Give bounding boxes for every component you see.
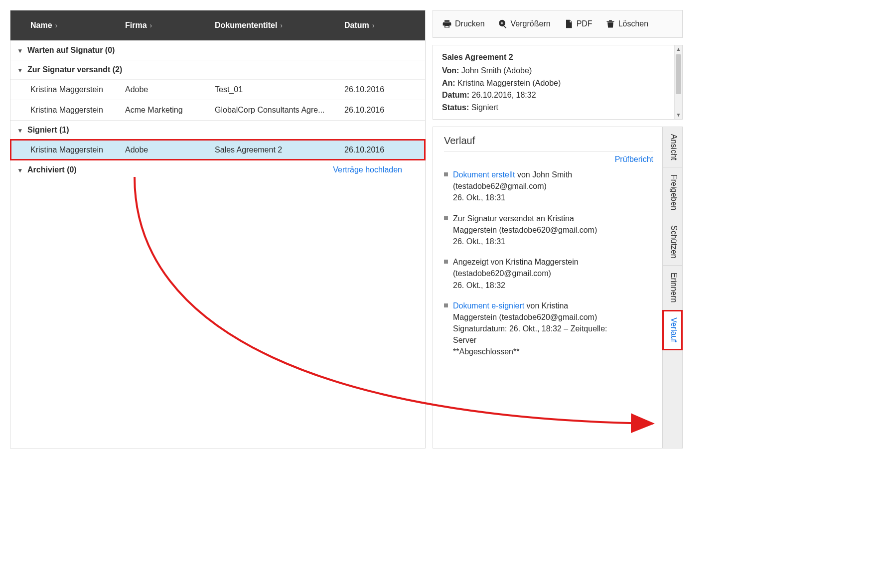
history-event-time: 26. Okt., 18:32 [453,281,505,290]
cell-firma: Acme Marketing [125,106,215,115]
cell-name: Kristina Maggerstein [30,106,125,115]
history-item: Dokument erstellt von John Smith (testad… [444,169,653,204]
detail-from: John Smith (Adobe) [461,66,532,75]
delete-button[interactable]: Löschen [605,19,649,29]
cell-date: 26.10.2016 [344,85,414,94]
chevron-right-icon: › [150,21,152,29]
scroll-thumb[interactable] [676,54,681,94]
cell-firma: Adobe [125,146,215,154]
group-label: Zur Signatur versandt (2) [27,65,122,74]
agreements-panel: Name› Firma› Dokumententitel› Datum› ▾Wa… [10,10,426,448]
upload-contracts-link[interactable]: Verträge hochladen [333,165,417,174]
detail-to-label: An: [442,79,455,87]
detail-toolbar: Drucken Vergrößern PDF Löschen [433,10,683,38]
history-heading: Verlauf [444,135,653,152]
agreement-details: Sales Agreement 2 Von: John Smith (Adobe… [433,45,683,120]
group-header-signed[interactable]: ▾Signiert (1) [10,121,425,140]
detail-to: Kristina Maggerstein (Adobe) [457,79,561,87]
cell-name: Kristina Maggerstein [30,85,125,94]
zoom-button[interactable]: Vergrößern [498,19,551,29]
group-header-archived[interactable]: ▾Archiviert (0)Verträge hochladen [10,160,425,179]
cell-date: 26.10.2016 [344,106,414,115]
tab-share[interactable]: Freigeben [663,167,682,218]
bullet-icon [444,260,448,264]
trash-icon [605,19,615,29]
cell-name: Kristina Maggerstein [30,146,125,154]
cell-doc: GlobalCorp Consultants Agre... [215,106,344,115]
cell-date: 26.10.2016 [344,146,414,154]
history-item: Dokument e-signiert von Kristina Maggers… [444,300,653,358]
chevron-right-icon: › [55,21,58,29]
history-event-time: 26. Okt., 18:31 [453,237,505,246]
scroll-up-icon[interactable]: ▲ [675,45,682,53]
tab-remind[interactable]: Erinnern [663,266,682,310]
chevron-down-icon: ▾ [18,66,27,74]
cell-doc: Sales Agreement 2 [215,146,344,154]
group-header-sent[interactable]: ▾Zur Signatur versandt (2) [10,60,425,79]
scroll-down-icon[interactable]: ▼ [675,111,682,119]
history-event-text: Zur Signatur versendet an Kristina Magge… [453,214,597,234]
print-button[interactable]: Drucken [442,19,485,29]
col-header-doc[interactable]: Dokumententitel› [215,21,344,30]
history-item: Angezeigt von Kristina Maggerstein (test… [444,256,653,291]
side-tabs: Ansicht Freigeben Schützen Erinnern Verl… [662,127,682,448]
table-row[interactable]: Kristina MaggersteinAdobeSales Agreement… [10,140,425,160]
detail-status: Signiert [471,103,498,112]
detail-from-label: Von: [442,66,459,75]
group-label: Warten auf Signatur (0) [27,46,115,55]
chevron-right-icon: › [280,21,283,29]
history-event-time: Signaturdatum: 26. Okt., 18:32 – Zeitque… [453,324,607,344]
col-header-firma[interactable]: Firma› [125,21,215,30]
history-event-link[interactable]: Dokument erstellt [453,170,515,179]
history-event-extra: **Abgeschlossen** [453,347,519,356]
history-item: Zur Signatur versendet an Kristina Magge… [444,213,653,248]
detail-date: 26.10.2016, 18:32 [472,91,536,99]
pdf-button[interactable]: PDF [564,19,592,29]
details-scrollbar[interactable]: ▲ ▼ [674,45,682,119]
history-event-time: 26. Okt., 18:31 [453,193,505,202]
detail-status-label: Status: [442,103,469,112]
cell-doc: Test_01 [215,85,344,94]
col-header-name[interactable]: Name› [30,21,125,30]
magnify-plus-icon [498,19,508,29]
table-row[interactable]: Kristina MaggersteinAcme MarketingGlobal… [10,100,425,120]
audit-report-link[interactable]: Prüfbericht [444,155,653,164]
detail-title: Sales Agreement 2 [442,51,673,64]
chevron-down-icon: ▾ [18,166,27,174]
chevron-down-icon: ▾ [18,47,27,54]
bullet-icon [444,216,448,220]
group-header-waiting[interactable]: ▾Warten auf Signatur (0) [10,41,425,60]
pdf-icon [564,19,574,29]
col-header-date[interactable]: Datum› [344,21,414,30]
bullet-icon [444,303,448,307]
tab-view[interactable]: Ansicht [663,127,682,167]
table-row[interactable]: Kristina MaggersteinAdobeTest_0126.10.20… [10,79,425,100]
group-label: Signiert (1) [27,126,69,135]
bullet-icon [444,172,448,176]
tab-protect[interactable]: Schützen [663,218,682,266]
cell-firma: Adobe [125,85,215,94]
group-label: Archiviert (0) [27,165,77,174]
table-header: Name› Firma› Dokumententitel› Datum› [10,10,425,40]
detail-date-label: Datum: [442,91,469,99]
history-panel: Verlauf Prüfbericht Dokument erstellt vo… [433,127,683,448]
history-event-link[interactable]: Dokument e-signiert [453,301,524,310]
print-icon [442,19,452,29]
chevron-right-icon: › [372,21,375,29]
history-event-text: Angezeigt von Kristina Maggerstein (test… [453,258,579,278]
tab-history[interactable]: Verlauf [663,310,682,350]
chevron-down-icon: ▾ [18,127,27,134]
